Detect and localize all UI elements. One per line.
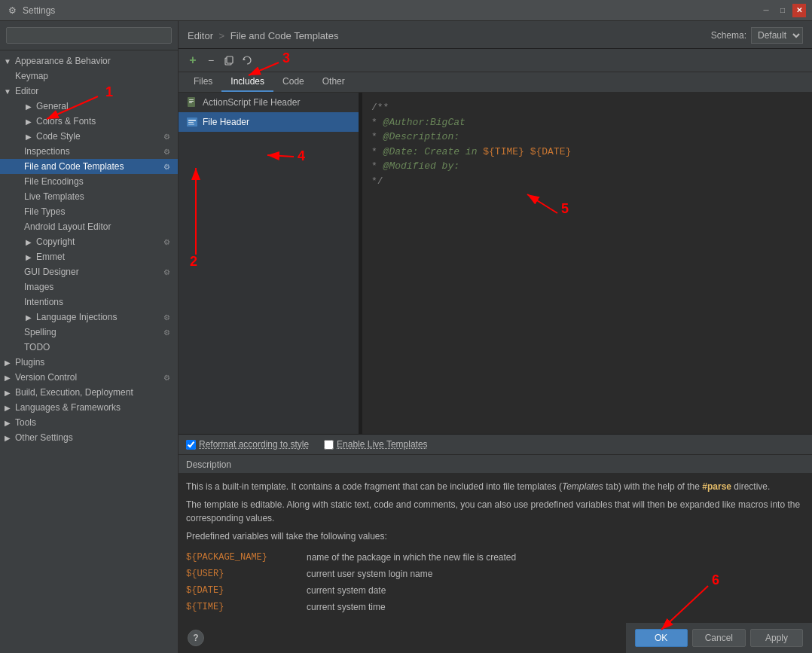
add-template-button[interactable]: + xyxy=(185,52,201,69)
bottom-row: ? OK Cancel Apply xyxy=(179,621,812,653)
bottom-panel: Reformat according to style Enable Live … xyxy=(179,434,812,621)
panel-header: Editor > File and Code Templates Schema:… xyxy=(179,21,812,49)
remove-template-button[interactable]: − xyxy=(203,52,219,69)
copy-template-button[interactable] xyxy=(221,52,237,69)
sidebar-item-filecodetemplates[interactable]: File and Code Templates ⚙ xyxy=(0,159,178,174)
content-area: ▼ Appearance & Behavior Keymap ▼ Editor … xyxy=(0,21,812,653)
sidebar-item-images[interactable]: Images xyxy=(0,279,178,294)
var-name-user: ${USER} xyxy=(186,567,307,581)
sidebar-item-androidlayout[interactable]: Android Layout Editor xyxy=(0,219,178,234)
description-content: This is a built-in template. It contains… xyxy=(179,474,812,621)
expand-icon: ▼ xyxy=(3,87,12,96)
svg-rect-10 xyxy=(188,124,194,125)
sidebar-item-othersettings[interactable]: ▶ Other Settings xyxy=(0,430,178,445)
sidebar-item-intentions[interactable]: Intentions xyxy=(0,294,178,310)
sidebar-item-label: Inspections xyxy=(24,146,70,157)
settings-badge-icon: ⚙ xyxy=(161,327,172,337)
variables-table: ${PACKAGE_NAME} name of the package in w… xyxy=(186,549,804,615)
reformat-checkbox[interactable] xyxy=(186,440,196,450)
sidebar-item-guidesigner[interactable]: GUI Designer ⚙ xyxy=(0,264,178,279)
sidebar-item-versioncontrol[interactable]: ▶ Version Control ⚙ xyxy=(0,370,178,385)
dialog-buttons: OK Cancel Apply xyxy=(626,622,812,653)
window-controls: ─ □ ✕ xyxy=(759,4,806,17)
description-section: Description This is a built-in template.… xyxy=(179,455,812,621)
sidebar-item-emmet[interactable]: ▶ Emmet xyxy=(0,249,178,264)
code-line-3: * @Description: xyxy=(371,130,803,145)
template-list: ActionScript File Header File Header xyxy=(179,93,359,434)
sidebar-item-fileencodings[interactable]: File Encodings xyxy=(0,174,178,189)
tab-includes[interactable]: Includes xyxy=(221,72,273,92)
sidebar-item-general[interactable]: ▶ General xyxy=(0,99,178,114)
sidebar-item-label: Appearance & Behavior xyxy=(15,56,111,66)
main-container: ▼ Appearance & Behavior Keymap ▼ Editor … xyxy=(0,21,812,653)
description-label: Description xyxy=(179,455,812,474)
sidebar-item-label: Emmet xyxy=(36,252,65,262)
template-item-label: ActionScript File Header xyxy=(203,97,300,108)
code-line-1: /** xyxy=(371,100,803,115)
tab-files[interactable]: Files xyxy=(185,72,221,92)
sidebar-item-label: Live Templates xyxy=(24,191,84,202)
settings-badge-icon: ⚙ xyxy=(161,161,172,172)
tab-code[interactable]: Code xyxy=(273,72,313,92)
minimize-button[interactable]: ─ xyxy=(759,4,773,17)
maximize-button[interactable]: □ xyxy=(776,4,789,17)
description-para-1: This is a built-in template. It contains… xyxy=(186,480,804,493)
template-item-actionscript[interactable]: ActionScript File Header xyxy=(179,93,359,112)
expand-icon: ▶ xyxy=(24,102,33,111)
sidebar-item-editor[interactable]: ▼ Editor xyxy=(0,84,178,99)
sidebar-item-label: GUI Designer xyxy=(24,267,79,277)
template-item-fileheader[interactable]: File Header xyxy=(179,112,359,132)
expand-icon: ▶ xyxy=(24,117,33,126)
enable-livetemplates-checkbox[interactable] xyxy=(324,440,334,450)
split-area: ActionScript File Header File Header xyxy=(179,93,812,434)
var-desc-date: current system date xyxy=(307,584,804,597)
apply-button[interactable]: Apply xyxy=(750,629,803,647)
sidebar-item-livetemplates[interactable]: Live Templates xyxy=(0,189,178,204)
code-line-2: * @Author:BigCat xyxy=(371,115,803,130)
expand-icon: ▶ xyxy=(24,252,33,261)
sidebar-item-tools[interactable]: ▶ Tools xyxy=(0,415,178,430)
sidebar-item-languages[interactable]: ▶ Languages & Frameworks xyxy=(0,400,178,415)
sidebar-item-keymap[interactable]: Keymap xyxy=(0,69,178,84)
code-editor[interactable]: /** * @Author:BigCat * @Description: * @… xyxy=(362,93,812,434)
search-box xyxy=(0,21,178,50)
sidebar-item-copyright[interactable]: ▶ Copyright ⚙ xyxy=(0,234,178,249)
sidebar-item-label: Keymap xyxy=(15,71,48,81)
sidebar-item-todo[interactable]: TODO xyxy=(0,340,178,355)
svg-rect-8 xyxy=(188,120,196,121)
sidebar-item-label: Colors & Fonts xyxy=(36,116,96,127)
sidebar-item-colors[interactable]: ▶ Colors & Fonts xyxy=(0,114,178,129)
sidebar-item-spelling[interactable]: Spelling ⚙ xyxy=(0,325,178,340)
code-line-5: * @Modified by: xyxy=(371,159,803,174)
sidebar-item-inspections[interactable]: Inspections ⚙ xyxy=(0,144,178,159)
expand-icon: ▶ xyxy=(3,358,12,367)
sidebar-item-filetypes[interactable]: File Types xyxy=(0,204,178,219)
expand-icon: ▶ xyxy=(3,433,12,442)
nav-tree: ▼ Appearance & Behavior Keymap ▼ Editor … xyxy=(0,50,178,653)
sidebar-item-codestyle[interactable]: ▶ Code Style ⚙ xyxy=(0,129,178,144)
reset-template-button[interactable] xyxy=(239,52,255,69)
search-input[interactable] xyxy=(6,27,172,44)
breadcrumb-separator: > xyxy=(219,30,225,41)
settings-badge-icon: ⚙ xyxy=(161,312,172,322)
var-desc-time: current system time xyxy=(307,600,804,614)
sidebar-item-appearance[interactable]: ▼ Appearance & Behavior xyxy=(0,53,178,69)
help-button[interactable]: ? xyxy=(188,630,204,646)
sidebar-item-label: Build, Execution, Deployment xyxy=(15,387,133,398)
sidebar-item-plugins[interactable]: ▶ Plugins xyxy=(0,355,178,370)
expand-icon: ▶ xyxy=(3,388,12,397)
app-icon: ⚙ xyxy=(6,5,18,17)
ok-button[interactable]: OK xyxy=(635,629,688,647)
schema-select[interactable]: Default xyxy=(751,27,803,44)
close-button[interactable]: ✕ xyxy=(792,4,806,17)
sidebar-item-langinjections[interactable]: ▶ Language Injections ⚙ xyxy=(0,310,178,325)
svg-rect-6 xyxy=(189,102,192,103)
cancel-button[interactable]: Cancel xyxy=(692,629,746,647)
description-para-2: The template is editable. Along with sta… xyxy=(186,498,804,525)
sidebar-item-label: Editor xyxy=(15,86,38,96)
sidebar-item-buildexec[interactable]: ▶ Build, Execution, Deployment xyxy=(0,385,178,400)
sidebar-item-label: Version Control xyxy=(15,372,77,383)
tab-other[interactable]: Other xyxy=(313,72,354,92)
settings-badge-icon: ⚙ xyxy=(161,236,172,247)
toolbar: + − xyxy=(179,49,812,72)
